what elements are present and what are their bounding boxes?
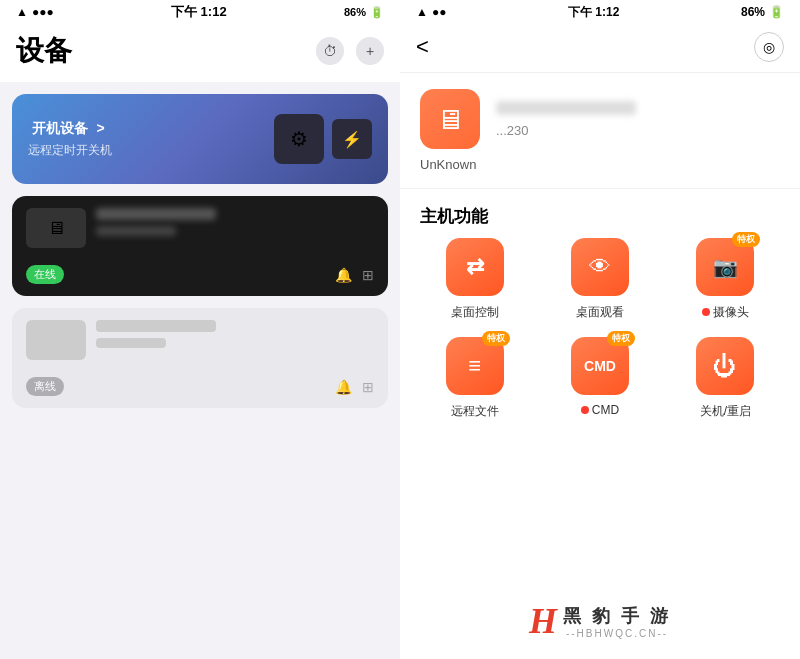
camera-item[interactable]: 特权 📷 摄像头 <box>671 238 780 321</box>
banner-title: 开机设备 > <box>28 119 112 138</box>
shutdown-label: 关机/重启 <box>700 403 751 420</box>
right-signal-icon: ●● <box>432 5 447 19</box>
desktop-view-icon: 👁 <box>589 254 611 280</box>
remote-file-icon: ≡ <box>468 353 481 379</box>
desktop-view-item[interactable]: 👁 桌面观看 <box>545 238 654 321</box>
cmd-icon: CMD <box>584 358 616 374</box>
device-name-right-blurred <box>496 101 636 115</box>
offline-card-top <box>26 320 374 360</box>
function-grid: ⇄ 桌面控制 👁 桌面观看 特权 📷 摄像头 特权 ≡ 远程文 <box>400 238 800 436</box>
right-time: 下午 1:12 <box>568 4 619 21</box>
offline-card-icons: 🔔 ⊞ <box>335 379 374 395</box>
battery-area: 86% 🔋 <box>344 6 384 19</box>
device-info-row: 🖥 ...230 <box>420 89 780 149</box>
banner-text: 开机设备 > 远程定时开关机 <box>28 119 112 159</box>
cmd-label: CMD <box>581 403 619 417</box>
device-info-card: 🖥 ...230 UnKnown <box>400 73 800 189</box>
left-content: 开机设备 > 远程定时开关机 ⚙ ⚡ 🖥 <box>0 82 400 659</box>
device-name-blurred <box>96 208 216 220</box>
offline-windows-icon: ⊞ <box>362 379 374 395</box>
right-wifi-icon: ▲ <box>416 5 428 19</box>
back-button[interactable]: < <box>416 34 429 60</box>
desktop-control-label: 桌面控制 <box>451 304 499 321</box>
settings-icon: ◎ <box>763 39 775 55</box>
header-actions: ⏱ + <box>316 37 384 65</box>
settings-button[interactable]: ◎ <box>754 32 784 62</box>
logo-brand: 黑 豹 手 游 <box>563 604 671 628</box>
right-signal: ▲ ●● <box>416 5 446 19</box>
device-socket-icon: ⚡ <box>332 119 372 159</box>
remote-file-label: 远程文件 <box>451 403 499 420</box>
shutdown-icon-box: ⏻ <box>696 337 754 395</box>
desktop-control-item[interactable]: ⇄ 桌面控制 <box>420 238 529 321</box>
shutdown-icon: ⏻ <box>713 352 737 380</box>
battery-icon: 🔋 <box>370 6 384 19</box>
device-sub-blurred <box>96 226 176 236</box>
battery-percent: 86% <box>344 6 366 18</box>
camera-privilege-badge: 特权 <box>732 232 760 247</box>
page-title: 设备 <box>16 32 72 70</box>
logo-text: 黑 豹 手 游 --HBHWQC.CN-- <box>563 604 671 639</box>
offline-card-bottom: 离线 🔔 ⊞ <box>26 377 374 396</box>
right-watermark: H 黑 豹 手 游 --HBHWQC.CN-- <box>400 436 800 659</box>
remote-file-icon-box: 特权 ≡ <box>446 337 504 395</box>
left-status-bar: ▲ ●●● 下午 1:12 86% 🔋 <box>0 0 400 24</box>
left-time: 下午 1:12 <box>171 3 227 21</box>
device-id: ...230 <box>496 123 780 138</box>
logo-letter: H <box>529 603 557 639</box>
cmd-privilege-badge: 特权 <box>607 331 635 346</box>
device-card-bottom: 在线 🔔 ⊞ <box>26 265 374 284</box>
offline-device-name <box>96 320 216 332</box>
right-battery: 86% 🔋 <box>741 5 784 19</box>
banner-devices: ⚙ ⚡ <box>274 114 372 164</box>
signal-icon: ●●● <box>32 5 54 19</box>
left-panel: ▲ ●●● 下午 1:12 86% 🔋 设备 ⏱ + 开机设备 > <box>0 0 400 659</box>
device-info <box>96 208 374 236</box>
online-device-card[interactable]: 🖥 在线 🔔 ⊞ <box>12 196 388 296</box>
offline-bell-icon: 🔔 <box>335 379 352 395</box>
banner-subtitle: 远程定时开关机 <box>28 142 112 159</box>
section-title: 主机功能 <box>400 189 800 238</box>
device-plug-icon: ⚙ <box>274 114 324 164</box>
offline-device-sub <box>96 338 166 348</box>
remote-file-item[interactable]: 特权 ≡ 远程文件 <box>420 337 529 420</box>
history-button[interactable]: ⏱ <box>316 37 344 65</box>
device-thumbnail: 🖥 <box>26 208 86 248</box>
watermark-logo: H 黑 豹 手 游 --HBHWQC.CN-- <box>529 603 671 639</box>
desktop-view-label: 桌面观看 <box>576 304 624 321</box>
camera-icon-box: 特权 📷 <box>696 238 754 296</box>
windows-icon: ⊞ <box>362 267 374 283</box>
add-icon: + <box>366 43 374 59</box>
shutdown-item[interactable]: ⏻ 关机/重启 <box>671 337 780 420</box>
right-battery-icon: 🔋 <box>769 5 784 19</box>
desktop-control-icon: ⇄ <box>466 254 484 280</box>
desktop-control-icon-box: ⇄ <box>446 238 504 296</box>
cmd-item[interactable]: 特权 CMD CMD <box>545 337 654 420</box>
device-large-icon: 🖥 <box>420 89 480 149</box>
right-status-bar: ▲ ●● 下午 1:12 86% 🔋 <box>400 0 800 24</box>
wifi-icon: ▲ <box>16 5 28 19</box>
camera-dot <box>702 308 710 316</box>
offline-device-thumb <box>26 320 86 360</box>
signal-area: ▲ ●●● <box>16 5 54 19</box>
banner-card[interactable]: 开机设备 > 远程定时开关机 ⚙ ⚡ <box>12 94 388 184</box>
right-panel: ▲ ●● 下午 1:12 86% 🔋 < ◎ 🖥 ...230 UnKnown … <box>400 0 800 659</box>
device-unknown-label: UnKnown <box>420 157 780 172</box>
right-header: < ◎ <box>400 24 800 73</box>
device-card-icons: 🔔 ⊞ <box>335 267 374 283</box>
camera-icon: 📷 <box>713 255 738 279</box>
cmd-icon-box: 特权 CMD <box>571 337 629 395</box>
offline-device-card[interactable]: 离线 🔔 ⊞ <box>12 308 388 408</box>
bell-icon: 🔔 <box>335 267 352 283</box>
logo-url: --HBHWQC.CN-- <box>563 628 671 639</box>
offline-device-info <box>96 320 374 348</box>
history-icon: ⏱ <box>323 43 337 59</box>
left-header: 设备 ⏱ + <box>0 24 400 82</box>
online-status-badge: 在线 <box>26 265 64 284</box>
add-device-button[interactable]: + <box>356 37 384 65</box>
device-details: ...230 <box>496 101 780 138</box>
offline-status-badge: 离线 <box>26 377 64 396</box>
camera-label: 摄像头 <box>702 304 749 321</box>
remote-file-privilege-badge: 特权 <box>482 331 510 346</box>
device-card-top: 🖥 <box>26 208 374 248</box>
